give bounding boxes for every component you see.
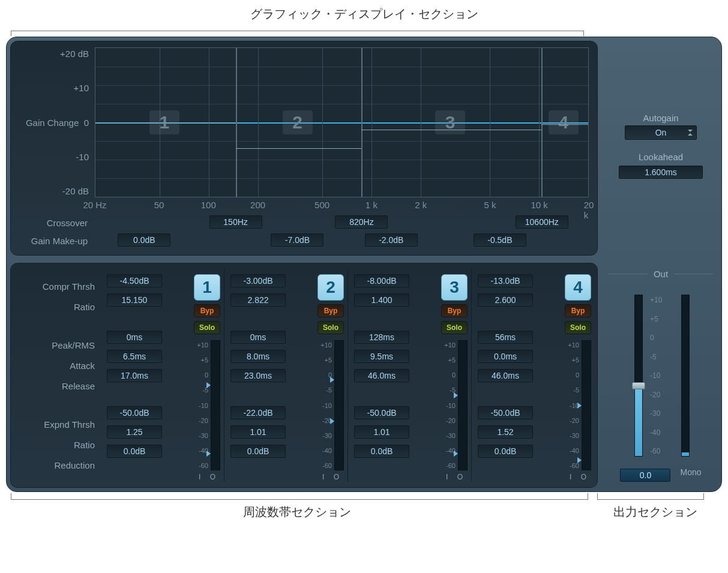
band-number-4: 4 <box>549 110 579 134</box>
crossover-slots: 150Hz820Hz10600Hz <box>95 215 589 230</box>
bracket-bottom <box>6 492 722 504</box>
side-panel: Autogain On Lookahead 1.600ms <box>604 41 718 256</box>
expnd_thrsh-value[interactable]: -22.0dB <box>230 406 286 419</box>
gain-plot[interactable]: 1234 <box>95 47 589 197</box>
io-label: I O <box>322 473 344 481</box>
compr_thrsh-value[interactable]: -13.0dB <box>478 274 533 287</box>
band-3: -8.00dB1.400128ms9.5ms46.0ms-50.0dB1.010… <box>347 269 471 481</box>
expnd_thrsh-value[interactable]: -50.0dB <box>107 406 162 419</box>
reduction-value[interactable]: 0.0dB <box>107 445 162 458</box>
band-badge-3[interactable]: 3 <box>441 274 468 301</box>
lookahead-value[interactable]: 1.600ms <box>619 166 703 179</box>
output-meter <box>681 295 690 457</box>
ratio2-value[interactable]: 1.25 <box>107 425 162 439</box>
ratio-value[interactable]: 15.150 <box>107 293 162 307</box>
release-value[interactable]: 17.0ms <box>107 369 162 382</box>
bypass-button[interactable]: Byp <box>317 304 344 317</box>
compr_thrsh-value[interactable]: -3.00dB <box>230 274 286 287</box>
x-axis-ticks: 20 Hz501002005001 k2 k5 k10 k20 k <box>95 200 589 212</box>
io-label: I O <box>570 473 591 481</box>
bypass-button[interactable]: Byp <box>565 304 591 317</box>
release-value[interactable]: 46.0ms <box>478 369 533 382</box>
y-axis-labels: +20 dB+10Gain Change 0-10-20 dB <box>19 47 95 197</box>
reduction-value[interactable]: 0.0dB <box>478 445 533 458</box>
attack-value[interactable]: 8.0ms <box>230 350 286 363</box>
output-section: Out +10+50-5-10-20-30-40-60 0.0 Mono <box>604 263 718 488</box>
crossover-label: Crossover <box>19 218 95 228</box>
ratio-value[interactable]: 1.400 <box>354 293 409 307</box>
ratio-value[interactable]: 2.822 <box>230 293 286 307</box>
lookahead-label: Lookahead <box>639 152 683 162</box>
bypass-button[interactable]: Byp <box>194 304 220 317</box>
band-badge-1[interactable]: 1 <box>194 274 220 301</box>
band-number-2: 2 <box>283 110 313 134</box>
band-2: -3.00dB2.8220ms8.0ms23.0ms-22.0dB1.010.0… <box>224 269 347 481</box>
gain-makeup-2[interactable]: -7.0dB <box>271 233 323 247</box>
attack-value[interactable]: 6.5ms <box>107 350 162 363</box>
band-meter <box>211 340 220 470</box>
ratio2-value[interactable]: 1.01 <box>230 425 286 439</box>
attack-value[interactable]: 9.5ms <box>354 350 409 363</box>
plugin-window: +20 dB+10Gain Change 0-10-20 dB 1234 20 … <box>6 37 722 492</box>
annotation-top: グラフィック・ディスプレイ・セクション <box>6 6 722 22</box>
solo-button[interactable]: Solo <box>194 321 220 334</box>
band-meter <box>458 340 468 470</box>
bypass-button[interactable]: Byp <box>441 304 468 317</box>
peak_rms-value[interactable]: 0ms <box>230 331 286 344</box>
band-meter <box>582 340 591 470</box>
band-param-labels: Compr Thrsh Ratio Peak/RMS Attack Releas… <box>13 269 101 481</box>
graphic-display-section: +20 dB+10Gain Change 0-10-20 dB 1234 20 … <box>10 41 598 256</box>
output-slider[interactable] <box>634 295 643 457</box>
band-4: -13.0dB2.60056ms0.0ms46.0ms-50.0dB1.520.… <box>471 269 595 481</box>
compr_thrsh-value[interactable]: -4.50dB <box>107 274 162 287</box>
reduction-value[interactable]: 0.0dB <box>230 445 286 458</box>
solo-button[interactable]: Solo <box>565 321 591 334</box>
gain-makeup-4[interactable]: -0.5dB <box>474 233 526 247</box>
output-value[interactable]: 0.0 <box>620 469 670 482</box>
gain-makeup-3[interactable]: -2.0dB <box>365 233 418 247</box>
attack-value[interactable]: 0.0ms <box>478 350 533 363</box>
compr_thrsh-value[interactable]: -8.00dB <box>354 274 409 287</box>
autogain-label: Autogain <box>643 113 678 123</box>
frequency-band-section: Compr Thrsh Ratio Peak/RMS Attack Releas… <box>10 263 598 488</box>
release-value[interactable]: 46.0ms <box>354 369 409 382</box>
gain-makeup-slots: 0.0dB-7.0dB-2.0dB-0.5dB <box>95 233 589 248</box>
io-label: I O <box>199 473 220 481</box>
autogain-dropdown[interactable]: On <box>625 125 697 140</box>
ratio2-value[interactable]: 1.01 <box>354 425 409 439</box>
peak_rms-value[interactable]: 128ms <box>354 331 409 344</box>
io-label: I O <box>446 473 468 481</box>
ratio2-value[interactable]: 1.52 <box>478 425 533 439</box>
band-badge-4[interactable]: 4 <box>565 274 591 301</box>
peak_rms-value[interactable]: 56ms <box>478 331 533 344</box>
bracket-top <box>6 26 722 37</box>
gain-makeup-label: Gain Make-up <box>19 236 95 246</box>
annotation-bottom-left: 周波数帯セクション <box>6 504 588 520</box>
band-badge-2[interactable]: 2 <box>317 274 344 301</box>
output-scale: +10+50-5-10-20-30-40-60 <box>650 295 676 457</box>
band-meter <box>334 340 344 470</box>
ratio-value[interactable]: 2.600 <box>478 293 533 307</box>
crossover-2[interactable]: 820Hz <box>335 215 388 229</box>
expnd_thrsh-value[interactable]: -50.0dB <box>354 406 409 419</box>
expnd_thrsh-value[interactable]: -50.0dB <box>478 406 533 419</box>
peak_rms-value[interactable]: 0ms <box>107 331 162 344</box>
solo-button[interactable]: Solo <box>441 321 468 334</box>
annotation-bottom-right: 出力セクション <box>588 504 722 520</box>
release-value[interactable]: 23.0ms <box>230 369 286 382</box>
band-1: -4.50dB15.1500ms6.5ms17.0ms-50.0dB1.250.… <box>101 269 224 481</box>
crossover-1[interactable]: 150Hz <box>209 215 262 229</box>
band-number-3: 3 <box>435 110 465 134</box>
gain-makeup-1[interactable]: 0.0dB <box>118 233 170 247</box>
solo-button[interactable]: Solo <box>317 321 344 334</box>
crossover-3[interactable]: 10600Hz <box>516 215 568 229</box>
out-label: Out <box>654 269 668 279</box>
reduction-value[interactable]: 0.0dB <box>354 445 409 458</box>
slider-thumb[interactable] <box>632 382 645 389</box>
mono-label: Mono <box>680 467 701 477</box>
